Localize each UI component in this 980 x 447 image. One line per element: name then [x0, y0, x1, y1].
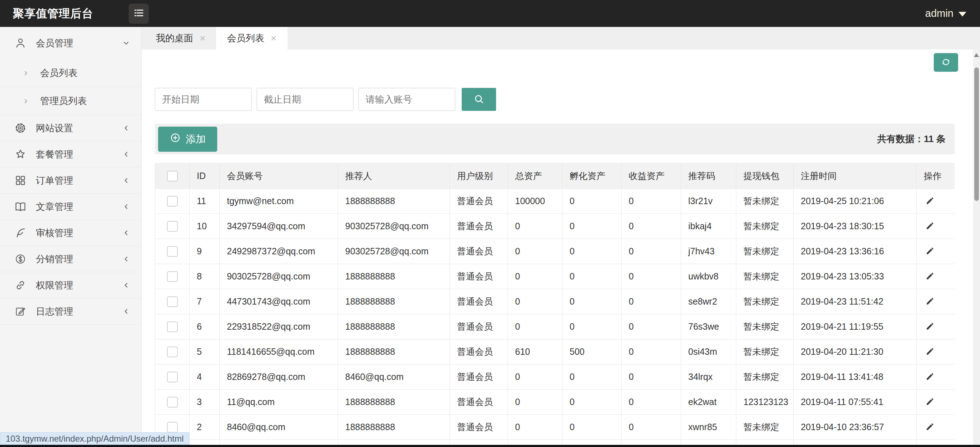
- cell-actions: [916, 214, 955, 239]
- vertical-scrollbar[interactable]: [973, 49, 980, 445]
- cell-account: 2492987372@qq.com: [220, 239, 338, 264]
- pencil-icon: [925, 246, 935, 257]
- select-all-checkbox[interactable]: [167, 171, 178, 182]
- tab-my-desktop[interactable]: 我的桌面×: [145, 27, 216, 49]
- close-icon[interactable]: ×: [270, 34, 276, 43]
- sidebar-item-log-management[interactable]: 日志管理: [0, 299, 141, 325]
- user-icon: [14, 37, 27, 49]
- cell-actions: [916, 314, 955, 339]
- sidebar-item-member-list[interactable]: 会员列表: [0, 59, 141, 87]
- pencil-icon: [925, 321, 935, 332]
- user-menu[interactable]: admin: [925, 8, 966, 19]
- cell-ref-code: ek2wat: [681, 390, 736, 415]
- row-checkbox[interactable]: [167, 372, 178, 382]
- cell-hatched-assets: 0: [562, 364, 622, 390]
- cell-actions: [916, 364, 955, 390]
- cell-level: 普通会员: [450, 264, 508, 289]
- row-checkbox[interactable]: [167, 321, 178, 332]
- edit-button[interactable]: [924, 195, 936, 208]
- add-button[interactable]: 添加: [158, 127, 217, 152]
- sidebar-item-distribution-management[interactable]: 分销管理: [0, 246, 141, 272]
- edit-button[interactable]: [924, 420, 936, 434]
- cell-hatched-assets: 0: [562, 264, 622, 289]
- cell-level: 普通会员: [450, 214, 508, 239]
- scrollbar-thumb[interactable]: [974, 67, 979, 201]
- cell-actions: [916, 189, 955, 214]
- tab-member-list[interactable]: 会员列表×: [216, 27, 287, 49]
- sidebar-item-label: 订单管理: [36, 174, 73, 187]
- row-checkbox[interactable]: [167, 296, 178, 307]
- edit-button[interactable]: [924, 370, 936, 384]
- edit-button[interactable]: [924, 245, 936, 258]
- cell-referrer: 1888888888: [338, 415, 450, 440]
- row-select-cell: [155, 364, 189, 390]
- tab-label: 我的桌面: [156, 32, 193, 45]
- cell-hatched-assets: 0: [562, 239, 622, 264]
- cell-reg-time: 2019-04-11 13:41:48: [794, 364, 916, 390]
- sidebar-item-audit-management[interactable]: 审核管理: [0, 220, 141, 246]
- row-checkbox[interactable]: [167, 271, 178, 282]
- chevron-left-icon: [122, 255, 130, 263]
- sidebar-item-admin-list[interactable]: 管理员列表: [0, 87, 141, 115]
- row-checkbox[interactable]: [167, 346, 178, 357]
- cell-ref-code: j7hv43: [681, 239, 736, 264]
- sidebar-item-member-management[interactable]: 会员管理: [0, 27, 141, 59]
- sidebar-item-package-management[interactable]: 套餐管理: [0, 141, 141, 168]
- end-date-input[interactable]: [257, 88, 353, 111]
- column-header-referrer: 推荐人: [338, 164, 450, 189]
- chevron-left-icon: [122, 176, 130, 185]
- cell-income-assets: 0: [622, 314, 681, 339]
- cell-reg-time: 2019-04-21 11:19:55: [794, 314, 916, 339]
- pencil-icon: [925, 372, 935, 382]
- total-count-label: 共有数据：11 条: [877, 133, 951, 145]
- cell-account: 8460@qq.com: [220, 415, 338, 440]
- cell-actions: [916, 415, 955, 440]
- cell-reg-time: 2019-04-10 23:36:57: [794, 415, 916, 440]
- cell-ref-code: l3r21v: [681, 189, 736, 214]
- search-button[interactable]: [462, 88, 496, 111]
- cell-account: 11@qq.com: [220, 390, 338, 415]
- cell-hatched-assets: 0: [562, 214, 622, 239]
- sidebar-item-label: 文章管理: [36, 201, 73, 213]
- account-input[interactable]: [358, 88, 455, 111]
- cell-ref-code: 0si43m: [681, 339, 736, 364]
- chevron-left-icon: [122, 281, 130, 289]
- table-row: 1034297594@qq.com903025728@qq.com普通会员000…: [155, 214, 955, 239]
- sidebar-item-permission-management[interactable]: 权限管理: [0, 272, 141, 299]
- cell-hatched-assets: 0: [562, 189, 622, 214]
- cell-referrer: 1888888888: [338, 189, 450, 214]
- row-checkbox[interactable]: [167, 422, 178, 433]
- edit-button[interactable]: [924, 320, 936, 334]
- sidebar-item-order-management[interactable]: 订单管理: [0, 168, 141, 194]
- add-button-label: 添加: [186, 133, 206, 146]
- cell-income-assets: 0: [622, 415, 681, 440]
- main-content: 添加 共有数据：11 条 ID会员账号推荐人用户级别总资产孵化资产收益资产推荐码…: [142, 49, 973, 447]
- cell-ref-code: uwkbv8: [681, 264, 736, 289]
- cell-reg-time: 2019-04-23 13:36:16: [794, 239, 916, 264]
- cell-id: 6: [189, 314, 220, 339]
- close-icon[interactable]: ×: [200, 34, 205, 43]
- sidebar-toggle-button[interactable]: [129, 3, 149, 24]
- start-date-input[interactable]: [155, 88, 251, 111]
- row-checkbox[interactable]: [167, 221, 178, 232]
- cell-reg-time: 2019-04-11 07:55:41: [794, 390, 916, 415]
- cell-income-assets: 0: [622, 289, 681, 314]
- row-checkbox[interactable]: [167, 397, 178, 407]
- table-row: 7447301743@qq.com1888888888普通会员000se8wr2…: [155, 289, 955, 314]
- sidebar-item-label: 会员管理: [36, 37, 73, 49]
- sidebar-item-site-settings[interactable]: 网站设置: [0, 115, 141, 141]
- edit-button[interactable]: [924, 395, 936, 409]
- row-select-cell: [155, 214, 189, 239]
- edit-button[interactable]: [924, 295, 936, 308]
- cell-actions: [916, 239, 955, 264]
- cell-id: 9: [189, 239, 220, 264]
- row-checkbox[interactable]: [167, 246, 178, 257]
- refresh-button[interactable]: [934, 53, 958, 72]
- scroll-up-icon[interactable]: [974, 53, 979, 57]
- edit-button[interactable]: [924, 345, 936, 359]
- sidebar-item-article-management[interactable]: 文章管理: [0, 194, 141, 220]
- edit-button[interactable]: [924, 270, 936, 283]
- edit-button[interactable]: [924, 220, 936, 233]
- cell-level: 普通会员: [450, 415, 508, 440]
- row-checkbox[interactable]: [167, 196, 178, 207]
